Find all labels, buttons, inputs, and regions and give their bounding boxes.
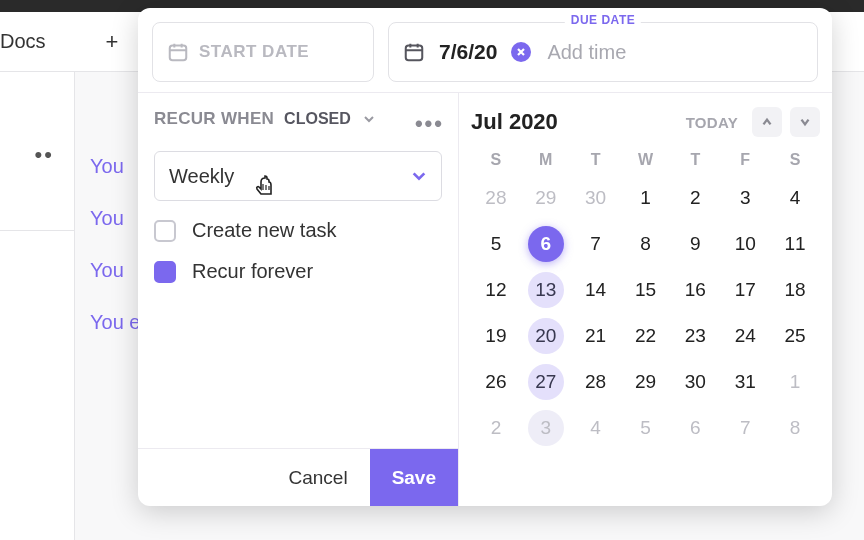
calendar-day[interactable]: 4	[770, 175, 820, 221]
recur-more-icon[interactable]: •••	[415, 111, 444, 137]
calendar-day[interactable]: 26	[471, 359, 521, 405]
calendar-day[interactable]: 27	[521, 359, 571, 405]
svg-rect-0	[170, 46, 187, 61]
calendar-day[interactable]: 14	[571, 267, 621, 313]
create-new-task-option[interactable]: Create new task	[154, 219, 442, 242]
calendar-day[interactable]: 9	[670, 221, 720, 267]
calendar-day[interactable]: 3	[521, 405, 571, 451]
due-date-field[interactable]: DUE DATE 7/6/20 Add time	[388, 22, 818, 82]
calendar-day[interactable]: 6	[521, 221, 571, 267]
option-label: Create new task	[192, 219, 337, 242]
calendar-day[interactable]: 25	[770, 313, 820, 359]
calendar-day[interactable]: 30	[670, 359, 720, 405]
calendar-day[interactable]: 24	[720, 313, 770, 359]
calendar-day[interactable]: 20	[521, 313, 571, 359]
calendar-day[interactable]: 10	[720, 221, 770, 267]
calendar-day[interactable]: 30	[571, 175, 621, 221]
calendar-day[interactable]: 15	[621, 267, 671, 313]
svg-rect-1	[406, 46, 423, 61]
calendar-day[interactable]: 17	[720, 267, 770, 313]
calendar-day[interactable]: 19	[471, 313, 521, 359]
app-sidebar: ••	[0, 72, 75, 540]
calendar-day[interactable]: 1	[621, 175, 671, 221]
calendar-day[interactable]: 13	[521, 267, 571, 313]
recur-status: CLOSED	[284, 110, 351, 128]
calendar-day[interactable]: 16	[670, 267, 720, 313]
calendar-grid: 2829301234567891011121314151617181920212…	[471, 175, 820, 451]
checkbox-checked-icon[interactable]	[154, 261, 176, 283]
sidebar-more-icon[interactable]: ••	[35, 142, 54, 168]
recur-forever-option[interactable]: Recur forever	[154, 260, 442, 283]
sidebar-separator	[0, 230, 75, 231]
calendar-day[interactable]: 4	[571, 405, 621, 451]
calendar-day[interactable]: 2	[471, 405, 521, 451]
frequency-value: Weekly	[169, 165, 234, 188]
calendar-day[interactable]: 21	[571, 313, 621, 359]
calendar-weekday: T	[571, 145, 621, 175]
cancel-button[interactable]: Cancel	[266, 449, 369, 506]
calendar-day[interactable]: 28	[471, 175, 521, 221]
frequency-select[interactable]: Weekly	[154, 151, 442, 201]
calendar-day[interactable]: 8	[621, 221, 671, 267]
clear-due-date-button[interactable]	[511, 42, 531, 62]
recur-prefix: RECUR WHEN	[154, 109, 274, 129]
calendar-day[interactable]: 6	[670, 405, 720, 451]
calendar-day[interactable]: 18	[770, 267, 820, 313]
calendar-day[interactable]: 12	[471, 267, 521, 313]
due-date-value: 7/6/20	[439, 40, 497, 64]
date-recurrence-popup: START DATE DUE DATE 7/6/20 Add time RECU…	[138, 8, 832, 506]
due-date-label: DUE DATE	[565, 13, 641, 27]
next-month-button[interactable]	[790, 107, 820, 137]
option-label: Recur forever	[192, 260, 313, 283]
calendar-day[interactable]: 3	[720, 175, 770, 221]
calendar-header: Jul 2020 TODAY	[471, 107, 820, 137]
save-button[interactable]: Save	[370, 449, 458, 506]
calendar-day[interactable]: 29	[521, 175, 571, 221]
calendar-day[interactable]: 7	[571, 221, 621, 267]
calendar-day[interactable]: 7	[720, 405, 770, 451]
calendar-weekday: M	[521, 145, 571, 175]
cursor-icon	[251, 172, 279, 200]
toolbar-docs[interactable]: Docs	[0, 30, 46, 53]
today-button[interactable]: TODAY	[680, 114, 744, 131]
start-date-field[interactable]: START DATE	[152, 22, 374, 82]
calendar-weekday: F	[720, 145, 770, 175]
calendar-pane: Jul 2020 TODAY SMTWTFS 28293012345678910…	[458, 93, 832, 506]
calendar-day[interactable]: 23	[670, 313, 720, 359]
calendar-day[interactable]: 29	[621, 359, 671, 405]
calendar-day[interactable]: 2	[670, 175, 720, 221]
calendar-icon	[167, 41, 189, 63]
calendar-weekday-row: SMTWTFS	[471, 145, 820, 175]
recurrence-footer: Cancel Save	[138, 448, 458, 506]
recur-when-selector[interactable]: RECUR WHEN CLOSED	[154, 109, 442, 129]
toolbar-add-icon[interactable]: +	[106, 29, 119, 55]
calendar-weekday: T	[670, 145, 720, 175]
recurrence-pane: RECUR WHEN CLOSED ••• Weekly	[138, 93, 458, 506]
calendar-day[interactable]: 1	[770, 359, 820, 405]
calendar-day[interactable]: 11	[770, 221, 820, 267]
prev-month-button[interactable]	[752, 107, 782, 137]
calendar-controls: TODAY	[680, 107, 820, 137]
calendar-weekday: S	[471, 145, 521, 175]
calendar-day[interactable]: 5	[621, 405, 671, 451]
calendar-weekday: W	[621, 145, 671, 175]
start-date-placeholder: START DATE	[199, 42, 309, 62]
checkbox-icon[interactable]	[154, 220, 176, 242]
popup-header: START DATE DUE DATE 7/6/20 Add time	[138, 8, 832, 92]
calendar-icon	[403, 41, 425, 63]
calendar-day[interactable]: 8	[770, 405, 820, 451]
popup-body: RECUR WHEN CLOSED ••• Weekly	[138, 92, 832, 506]
calendar-day[interactable]: 28	[571, 359, 621, 405]
calendar-day[interactable]: 31	[720, 359, 770, 405]
add-time-button[interactable]: Add time	[547, 41, 626, 64]
calendar-weekday: S	[770, 145, 820, 175]
calendar-day[interactable]: 5	[471, 221, 521, 267]
calendar-day[interactable]: 22	[621, 313, 671, 359]
chevron-down-icon	[411, 168, 427, 184]
chevron-down-icon	[363, 113, 375, 125]
calendar-month-title: Jul 2020	[471, 109, 558, 135]
